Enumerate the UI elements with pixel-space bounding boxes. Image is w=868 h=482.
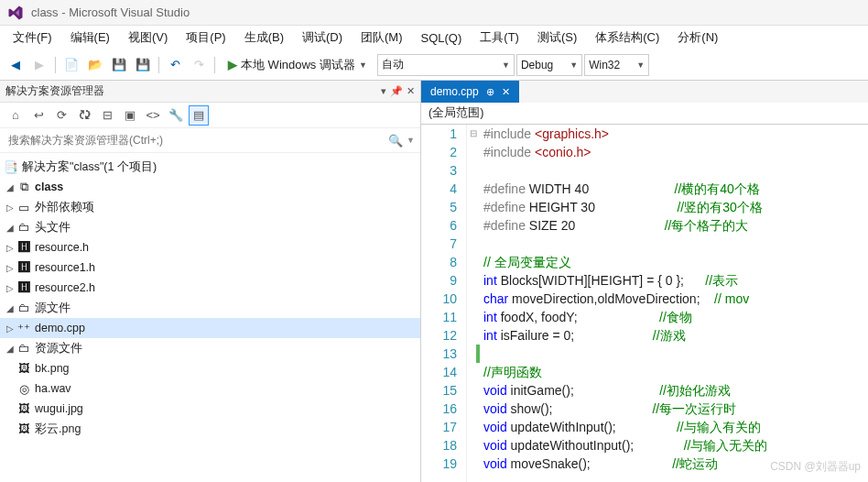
menu-team[interactable]: 团队(M) bbox=[352, 27, 412, 49]
chevron-down-icon: ▼ bbox=[359, 60, 367, 70]
resource-file[interactable]: ◎ha.wav bbox=[0, 378, 420, 399]
expand-icon[interactable]: ◢ bbox=[4, 182, 16, 192]
source-files-folder[interactable]: ◢🗀源文件 bbox=[0, 298, 420, 318]
play-icon: ▶ bbox=[228, 58, 237, 71]
expand-icon[interactable]: ◢ bbox=[4, 303, 16, 313]
back-sln-icon[interactable]: ↩ bbox=[28, 105, 49, 126]
chevron-down-icon: ▼ bbox=[502, 60, 510, 70]
solution-explorer-header: 解决方案资源管理器 ▾ 📌 ✕ bbox=[0, 81, 420, 103]
config-value: Debug bbox=[521, 59, 570, 71]
editor-tab-demo[interactable]: demo.cpp ⊕ ✕ bbox=[421, 81, 519, 103]
code-area[interactable]: #include <graphics.h>#include <conio.h>#… bbox=[480, 125, 868, 482]
chevron-down-icon: ▼ bbox=[636, 60, 645, 70]
close-tab-icon[interactable]: ✕ bbox=[502, 86, 510, 98]
expand-icon[interactable]: ▷ bbox=[4, 283, 16, 293]
project-icon: ⧉ bbox=[16, 180, 31, 194]
expand-icon[interactable]: ▷ bbox=[4, 203, 16, 213]
collapse-all-icon[interactable]: ⊟ bbox=[97, 105, 117, 126]
editor-tab-bar: demo.cpp ⊕ ✕ bbox=[421, 81, 868, 103]
expand-icon[interactable]: ▷ bbox=[4, 323, 16, 334]
undo-icon[interactable]: ↶ bbox=[164, 54, 186, 76]
solution-root[interactable]: 📑解决方案"class"(1 个项目) bbox=[0, 157, 420, 177]
menu-file[interactable]: 文件(F) bbox=[4, 27, 61, 49]
expand-icon[interactable]: ◢ bbox=[4, 223, 16, 233]
header-file[interactable]: ▷🅷resource.h bbox=[0, 237, 420, 257]
search-icon[interactable]: 🔍 bbox=[388, 134, 403, 148]
header-file[interactable]: ▷🅷resource2.h bbox=[0, 278, 420, 298]
h-file-icon: 🅷 bbox=[16, 240, 31, 255]
platform-combo[interactable]: Win32 ▼ bbox=[584, 54, 649, 76]
refresh-icon[interactable]: 🗘 bbox=[74, 105, 94, 126]
menu-debug[interactable]: 调试(D) bbox=[293, 27, 352, 49]
expand-icon[interactable]: ▷ bbox=[4, 263, 16, 273]
menu-bar: 文件(F) 编辑(E) 视图(V) 项目(P) 生成(B) 调试(D) 团队(M… bbox=[0, 26, 868, 49]
editor-panel: demo.cpp ⊕ ✕ (全局范围) 12345678910111213141… bbox=[421, 81, 868, 482]
sync-icon[interactable]: ⟳ bbox=[51, 105, 71, 126]
debug-target-label: 本地 Windows 调试器 bbox=[241, 57, 355, 73]
cpp-file-icon: ⁺⁺ bbox=[16, 321, 31, 335]
new-project-icon[interactable]: 📄 bbox=[60, 54, 82, 76]
chevron-down-icon[interactable]: ▼ bbox=[407, 136, 415, 145]
image-file-icon: 🖼 bbox=[16, 361, 31, 376]
header-files-folder[interactable]: ◢🗀头文件 bbox=[0, 217, 420, 237]
home-icon[interactable]: ⌂ bbox=[5, 105, 26, 126]
nav-fwd-icon[interactable]: ▶ bbox=[28, 54, 50, 76]
properties-icon[interactable]: 🔧 bbox=[166, 105, 186, 126]
auto-combo[interactable]: 自动 ▼ bbox=[377, 54, 515, 76]
save-icon[interactable]: 💾 bbox=[108, 54, 130, 76]
menu-sql[interactable]: SQL(Q) bbox=[412, 28, 472, 48]
project-node[interactable]: ◢⧉class bbox=[0, 177, 420, 197]
code-editor[interactable]: 12345678910111213141516171819 ⊟ #include… bbox=[421, 125, 868, 482]
redo-icon[interactable]: ↷ bbox=[188, 54, 210, 76]
auto-combo-value: 自动 bbox=[382, 57, 420, 72]
audio-file-icon: ◎ bbox=[16, 381, 31, 396]
expand-icon[interactable]: ◢ bbox=[4, 344, 16, 354]
vs-logo-icon bbox=[7, 5, 24, 21]
solution-icon: 📑 bbox=[4, 159, 18, 174]
h-file-icon: 🅷 bbox=[16, 280, 31, 295]
show-all-icon[interactable]: ▣ bbox=[120, 105, 140, 126]
watermark: CSDN @刘器器up bbox=[770, 459, 861, 475]
solution-search-input[interactable] bbox=[5, 131, 388, 149]
solution-tree: 📑解决方案"class"(1 个项目) ◢⧉class ▷▭外部依赖项 ◢🗀头文… bbox=[0, 153, 420, 482]
nav-back-icon[interactable]: ◀ bbox=[5, 54, 27, 76]
solution-search: 🔍 ▼ bbox=[0, 128, 420, 153]
resource-files-folder[interactable]: ◢🗀资源文件 bbox=[0, 338, 420, 358]
scope-bar[interactable]: (全局范围) bbox=[421, 103, 868, 125]
resource-file[interactable]: 🖼bk.png bbox=[0, 358, 420, 378]
menu-view[interactable]: 视图(V) bbox=[119, 27, 177, 49]
source-file-demo[interactable]: ▷⁺⁺demo.cpp bbox=[0, 318, 420, 338]
menu-analyze[interactable]: 分析(N) bbox=[668, 27, 727, 49]
main-area: 解决方案资源管理器 ▾ 📌 ✕ ⌂ ↩ ⟳ 🗘 ⊟ ▣ <> 🔧 ▤ 🔍 ▼ 📑… bbox=[0, 81, 868, 482]
header-file[interactable]: ▷🅷resource1.h bbox=[0, 257, 420, 278]
menu-project[interactable]: 项目(P) bbox=[177, 27, 234, 49]
external-deps[interactable]: ▷▭外部依赖项 bbox=[0, 197, 420, 217]
folder-icon: 🗀 bbox=[16, 220, 31, 235]
resource-file[interactable]: 🖼wugui.jpg bbox=[0, 399, 420, 419]
menu-tools[interactable]: 工具(T) bbox=[471, 27, 528, 49]
save-all-icon[interactable]: 💾 bbox=[132, 54, 154, 76]
line-gutter: 12345678910111213141516171819 bbox=[421, 125, 467, 482]
panel-menu-icon[interactable]: ▾ bbox=[381, 85, 386, 97]
menu-arch[interactable]: 体系结构(C) bbox=[586, 27, 668, 49]
menu-build[interactable]: 生成(B) bbox=[235, 27, 293, 49]
folder-icon: 🗀 bbox=[16, 301, 31, 315]
menu-test[interactable]: 测试(S) bbox=[528, 27, 586, 49]
pin-tab-icon[interactable]: ⊕ bbox=[486, 86, 494, 98]
solution-toolbar: ⌂ ↩ ⟳ 🗘 ⊟ ▣ <> 🔧 ▤ bbox=[0, 103, 420, 128]
image-file-icon: 🖼 bbox=[16, 422, 31, 436]
preview-icon[interactable]: ▤ bbox=[189, 105, 209, 126]
expand-icon[interactable]: ▷ bbox=[4, 243, 16, 253]
open-icon[interactable]: 📂 bbox=[84, 54, 106, 76]
pin-icon[interactable]: 📌 bbox=[390, 85, 403, 97]
resource-file[interactable]: 🖼彩云.png bbox=[0, 419, 420, 439]
refs-icon: ▭ bbox=[16, 200, 31, 214]
tab-label: demo.cpp bbox=[430, 85, 479, 98]
close-icon[interactable]: ✕ bbox=[407, 85, 415, 97]
code-view-icon[interactable]: <> bbox=[143, 105, 163, 126]
main-toolbar: ◀ ▶ 📄 📂 💾 💾 ↶ ↷ ▶ 本地 Windows 调试器 ▼ 自动 ▼ … bbox=[0, 49, 868, 81]
menu-edit[interactable]: 编辑(E) bbox=[61, 27, 119, 49]
start-debug-button[interactable]: ▶ 本地 Windows 调试器 ▼ bbox=[220, 54, 375, 76]
fold-gutter: ⊟ bbox=[467, 125, 480, 482]
config-combo[interactable]: Debug ▼ bbox=[516, 54, 582, 76]
